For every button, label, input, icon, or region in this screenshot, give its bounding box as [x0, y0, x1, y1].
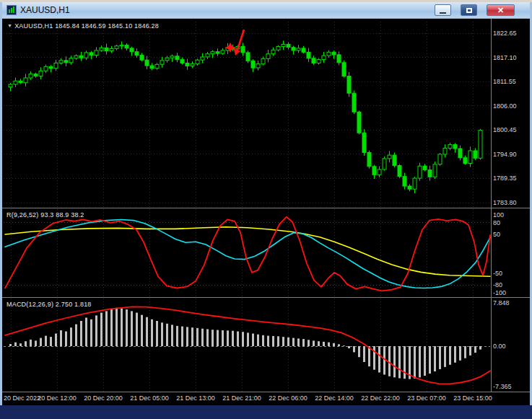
price-axis-label: 1800.45 — [493, 126, 517, 133]
oscillator-axis-label: -100 — [493, 289, 506, 296]
oscillator-axis-label: 80 — [493, 219, 500, 226]
ohlc-header: ▼XAUUSD,H1 1845.84 1846.59 1845.10 1846.… — [7, 22, 159, 30]
restore-button[interactable] — [461, 4, 477, 16]
ohlc-text: XAUUSD,H1 1845.84 1846.59 1845.10 1846.2… — [14, 22, 159, 30]
price-axis-label: 1789.35 — [493, 175, 517, 182]
time-axis-label: 21 Dec 13:00 — [176, 394, 215, 402]
close-icon: ✕ — [497, 6, 504, 14]
oscillator-axis-label: -80 — [493, 281, 502, 288]
time-axis-label: 21 Dec 05:00 — [130, 394, 169, 402]
window-bottom-border — [0, 405, 532, 419]
oscillator-axis-label: -50 — [493, 270, 502, 277]
window-titlebar[interactable]: XAUUSD,H1 ✕ — [2, 2, 530, 19]
macd-axis-label: 0.00 — [493, 343, 506, 350]
price-axis-label: 1811.55 — [493, 78, 516, 85]
chart-client-area: 1822.651817.101811.551806.001800.451794.… — [2, 19, 530, 405]
window-controls: ✕ — [435, 4, 526, 16]
time-axis-label: 20 Dec 20:00 — [84, 394, 123, 402]
macd-axis-label: -7.365 — [493, 383, 512, 390]
time-axis-label: 22 Dec 22:00 — [361, 394, 400, 402]
price-axis-label: 1817.10 — [493, 54, 517, 61]
window-title: XAUUSD,H1 — [20, 5, 70, 15]
close-button[interactable]: ✕ — [487, 4, 515, 16]
mt4-chart-window: XAUUSD,H1 ✕ 1822.651817.101811.551806.00… — [0, 0, 532, 419]
oscillator-axis-label: 50 — [493, 231, 500, 238]
price-axis-label: 1794.90 — [493, 151, 517, 158]
minimize-icon — [440, 12, 446, 14]
minimize-button[interactable] — [435, 4, 451, 16]
time-axis-label: 22 Dec 14:00 — [315, 394, 354, 402]
time-axis-label: 20 Dec 2022 — [4, 394, 40, 402]
symbol-marker-icon: ▼ — [7, 23, 12, 28]
oscillator-label: R(9,26,52) 93.3 88.9 38.2 — [6, 211, 84, 219]
time-axis-label: 21 Dec 21:00 — [222, 394, 261, 402]
time-axis-label: 22 Dec 06:00 — [269, 394, 308, 402]
price-axis-label: 1783.80 — [493, 199, 517, 206]
time-axis-label: 23 Dec 07:00 — [407, 394, 446, 402]
macd-label: MACD(12,26,9) 2.750 1.818 — [6, 301, 92, 308]
chart-window-icon — [6, 5, 17, 15]
price-axis-label: 1806.00 — [493, 102, 517, 110]
time-axis-label: 23 Dec 15:00 — [453, 394, 492, 402]
restore-icon — [466, 8, 472, 13]
time-axis-label: 20 Dec 12:00 — [38, 394, 77, 402]
macd-axis-label: 7.848 — [493, 299, 510, 306]
oscillator-axis-label: 100 — [493, 211, 504, 219]
price-axis-label: 1822.65 — [493, 30, 517, 37]
